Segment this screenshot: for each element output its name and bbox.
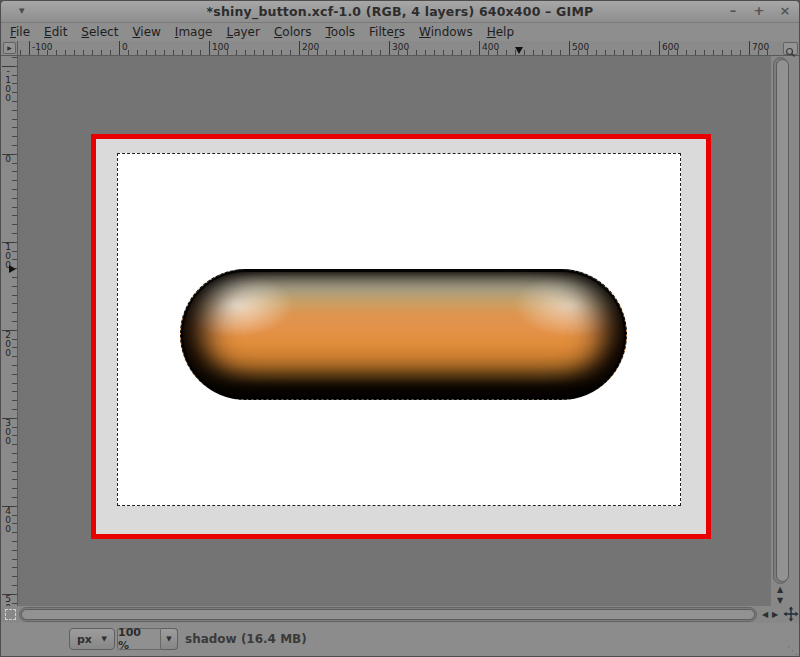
menu-file[interactable]: File	[3, 23, 37, 41]
horizontal-scrollbar-row: ◀ ▶	[1, 606, 800, 623]
hruler-label-700: 700	[749, 41, 769, 56]
zoom-level-entry[interactable]: 100 %	[117, 628, 161, 650]
hruler-label-500: 500	[569, 41, 589, 56]
menu-filters[interactable]: Filters	[362, 23, 412, 41]
menu-tools[interactable]: Tools	[319, 23, 363, 41]
vruler-label-0: 0	[2, 154, 14, 164]
vscroll-trough[interactable]	[773, 57, 788, 584]
shiny-button-selection[interactable]	[180, 269, 627, 400]
menu-edit[interactable]: Edit	[37, 23, 74, 41]
gimp-window: ▾ *shiny_button.xcf-1.0 (RGB, 4 layers) …	[0, 0, 800, 657]
chevron-down-icon: ▼	[102, 635, 107, 643]
status-message: shadow (16.4 MB)	[185, 632, 307, 646]
vruler-label-100: 100	[2, 242, 14, 270]
zoom-dropdown-button[interactable]: ▼	[161, 628, 178, 650]
vruler-label-200: 200	[2, 330, 14, 358]
hruler-label-100: 100	[209, 41, 229, 56]
canvas-viewport[interactable]	[18, 56, 771, 606]
menu-view[interactable]: View	[125, 23, 167, 41]
navigation-cross-icon	[783, 606, 799, 622]
scroll-up-button[interactable]: ▲	[773, 585, 787, 595]
ruler-corner: ▶	[1, 41, 18, 56]
resize-grip[interactable]: ⋱	[787, 644, 798, 657]
vruler-label--100: -100	[2, 66, 14, 103]
vertical-scrollbar[interactable]: ▲ ▼	[772, 57, 790, 606]
vruler-label-500: 500	[2, 594, 14, 606]
hruler-label--100: -100	[29, 41, 52, 56]
menu-help[interactable]: Help	[480, 23, 521, 41]
hscroll-trough[interactable]	[19, 607, 757, 622]
menu-image[interactable]: Image	[168, 23, 220, 41]
horizontal-ruler[interactable]: -1000100200300400500600700	[18, 41, 771, 56]
hruler-label-300: 300	[389, 41, 409, 56]
scroll-right-button[interactable]: ▶	[768, 610, 782, 620]
quick-mask-toggle[interactable]	[5, 609, 16, 620]
maximize-button[interactable]: +	[753, 3, 765, 18]
navigation-button[interactable]	[783, 606, 800, 623]
close-button[interactable]: ×	[779, 3, 791, 18]
chevron-down-icon: ▼	[166, 635, 171, 643]
unit-label: px	[77, 633, 92, 646]
vertical-ruler[interactable]: -1000100200300400500	[1, 56, 18, 606]
hruler-label-0: 0	[119, 41, 128, 56]
zoom-follow-window-button[interactable]	[783, 42, 798, 55]
zoom-level-value: 100 %	[118, 626, 155, 652]
menu-windows[interactable]: Windows	[412, 23, 480, 41]
titlebar: ▾ *shiny_button.xcf-1.0 (RGB, 4 layers) …	[1, 1, 799, 23]
zoom-follow-area	[771, 41, 800, 56]
image-canvas[interactable]	[117, 153, 681, 506]
hruler-label-600: 600	[659, 41, 679, 56]
vscroll-thumb[interactable]	[776, 59, 789, 582]
menubar: FileEditSelectViewImageLayerColorsToolsF…	[1, 23, 799, 41]
scroll-down-button[interactable]: ▼	[773, 596, 787, 606]
minimize-button[interactable]: –	[727, 3, 739, 18]
vruler-label-400: 400	[2, 506, 14, 534]
vruler-label-300: 300	[2, 418, 14, 446]
hruler-label-400: 400	[479, 41, 499, 56]
menu-select[interactable]: Select	[74, 23, 125, 41]
mouse-position-marker-horizontal	[515, 47, 523, 54]
menu-colors[interactable]: Colors	[267, 23, 319, 41]
ruler-origin-button[interactable]: ▶	[3, 42, 16, 54]
statusbar: px ▼ 100 % ▼ shadow (16.4 MB) ⋱	[1, 623, 800, 657]
hscroll-thumb[interactable]	[21, 609, 755, 620]
window-title: *shiny_button.xcf-1.0 (RGB, 4 layers) 64…	[1, 4, 799, 19]
unit-dropdown[interactable]: px ▼	[69, 628, 115, 650]
hruler-label-200: 200	[299, 41, 319, 56]
menu-layer[interactable]: Layer	[219, 23, 266, 41]
